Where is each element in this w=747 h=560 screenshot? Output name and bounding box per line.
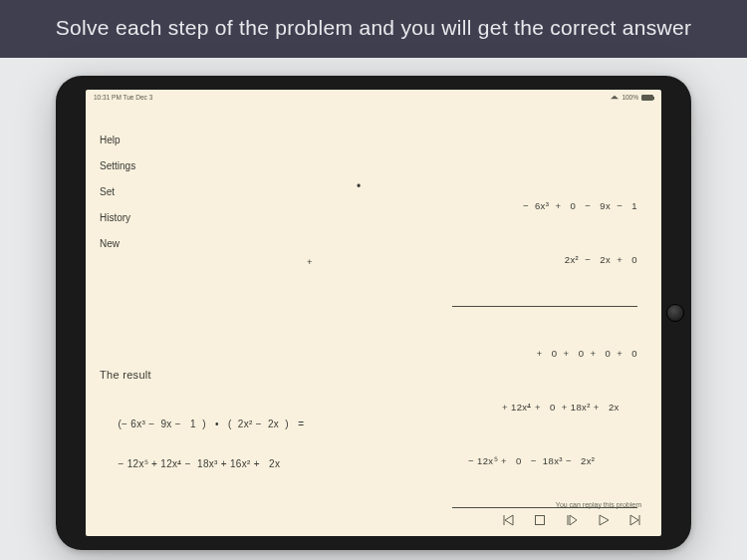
partial-2: + 12x⁴ + 0 + 18x² + 2x [452,399,637,417]
sidebar-menu: Help Settings Set History New [100,128,135,257]
menu-history[interactable]: History [100,205,135,231]
plus-symbol: + [307,256,313,267]
app-screen: 10:31 PM Tue Dec 3 100% Help Settings Se… [86,90,661,536]
battery-icon [641,95,653,101]
svg-rect-0 [536,516,545,525]
skip-forward-icon[interactable] [629,514,641,526]
promo-banner: Solve each step of the problem and you w… [0,0,747,58]
wifi-icon [611,96,619,100]
menu-set[interactable]: Set [100,179,135,205]
multiplicand: − 6x³ + 0 − 9x − 1 [452,197,637,215]
rule-1 [452,306,637,307]
result-answer: − 12x⁵ + 12x⁴ − 18x³ + 16x² + 2x [118,458,280,469]
battery-percent: 100% [622,94,638,101]
replay-label: You can replay this problem [502,501,641,508]
multiply-symbol: • [357,179,361,193]
stop-icon[interactable] [534,514,546,526]
skip-back-icon[interactable] [502,514,514,526]
status-time: 10:31 PM Tue Dec 3 [94,94,152,101]
multiplier: 2x² − 2x + 0 [452,251,637,269]
home-button[interactable] [666,304,684,322]
result-block: The result (− 6x³ − 9x − 1 ) • ( 2x² − 2… [100,325,304,494]
result-label: The result [100,365,304,385]
status-bar: 10:31 PM Tue Dec 3 100% [86,90,661,103]
menu-new[interactable]: New [100,231,135,257]
menu-help[interactable]: Help [100,128,135,153]
result-equation: (− 6x³ − 9x − 1 ) • ( 2x² − 2x ) = [118,419,304,429]
menu-settings[interactable]: Settings [100,153,135,179]
partial-3: − 12x⁵ + 0 − 18x³ − 2x² [452,452,637,470]
step-icon[interactable] [566,514,578,526]
replay-controls: You can replay this problem [502,501,641,526]
long-multiplication: − 6x³ + 0 − 9x − 1 2x² − 2x + 0 + 0 + 0 … [452,161,637,536]
partial-1: + 0 + 0 + 0 + 0 [452,345,637,363]
tablet-frame: 10:31 PM Tue Dec 3 100% Help Settings Se… [56,76,691,550]
play-icon[interactable] [598,514,610,526]
